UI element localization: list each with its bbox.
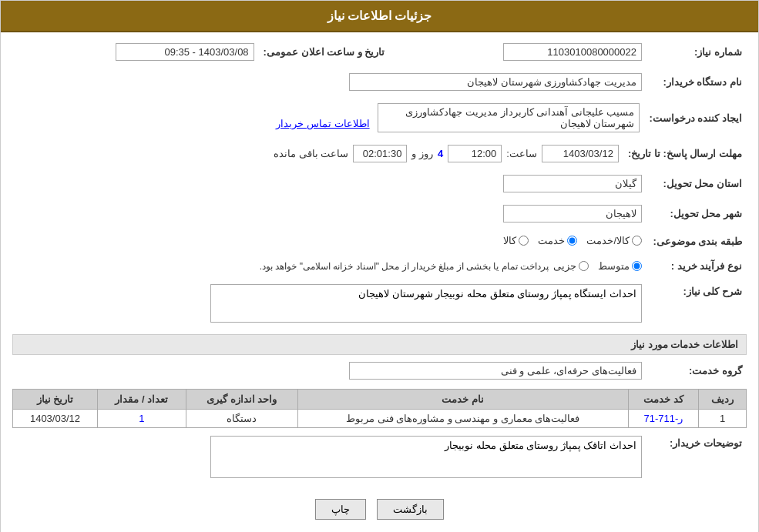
service-group-table: گروه خدمت: فعالیت‌های حرفه‌ای، علمی و فن… — [12, 359, 747, 383]
services-section-header: اطلاعات خدمات مورد نیاز — [12, 334, 747, 355]
process-value-cell: متوسط جزیی پرداخت تمام یا بخشی از مبلغ خ… — [12, 257, 646, 275]
process-label: نوع فرآیند خرید : — [646, 257, 747, 275]
purchaser-value-cell: مدیریت جهادکشاورزی شهرستان لاهیجان — [12, 70, 646, 94]
creator-label: ایجاد کننده درخواست: — [644, 100, 747, 136]
buyer-desc-value-cell — [12, 433, 646, 483]
radio-jozii[interactable]: جزیی — [553, 260, 589, 272]
creator-table: ایجاد کننده درخواست: مسیب علیجانی آهندان… — [12, 100, 747, 136]
radio-kala-khedmat[interactable]: کالا/خدمت — [586, 235, 642, 246]
description-label: شرح کلی نیاز: — [646, 281, 747, 328]
col-quantity: تعداد / مقدار — [97, 390, 186, 410]
date-value-cell: 1403/03/08 - 09:35 — [12, 40, 259, 64]
remaining-time: 02:01:30 — [353, 145, 407, 162]
radio-motavaset-input[interactable] — [632, 261, 642, 271]
date-label: تاریخ و ساعت اعلان عمومی: — [259, 40, 401, 64]
radio-motavaset[interactable]: متوسط — [598, 260, 642, 272]
radio-kala-khedmat-label: کالا/خدمت — [586, 235, 630, 246]
col-date: تاریخ نیاز — [13, 390, 98, 410]
deadline-time: 12:00 — [448, 145, 502, 162]
buyer-desc-textarea[interactable] — [210, 436, 642, 478]
page-header: جزئیات اطلاعات نیاز — [1, 1, 758, 32]
table-row: 1 ر-711-71 فعالیت‌های معماری و مهندسی و … — [13, 410, 747, 428]
days-label: روز و — [411, 148, 433, 159]
cell-date: 1403/03/12 — [13, 410, 98, 428]
radio-jozii-input[interactable] — [579, 261, 589, 271]
radio-khedmat-label: خدمت — [538, 235, 565, 246]
print-button[interactable]: چاپ — [315, 499, 366, 520]
purchaser-value: مدیریت جهادکشاورزی شهرستان لاهیجان — [349, 73, 642, 91]
services-table-header: ردیف کد خدمت نام خدمت واحد اندازه گیری ت… — [13, 390, 747, 410]
cell-quantity: 1 — [97, 410, 186, 428]
city-label: شهر محل تحویل: — [646, 202, 747, 226]
service-group-label: گروه خدمت: — [646, 359, 747, 383]
province-table: استان محل تحویل: گیلان — [12, 172, 747, 196]
process-radio-group: متوسط جزیی — [553, 260, 642, 272]
radio-kala[interactable]: کالا — [503, 235, 529, 246]
remaining-label: ساعت باقی مانده — [274, 148, 348, 159]
description-table: شرح کلی نیاز: — [12, 281, 747, 328]
cell-unit: دستگاه — [186, 410, 297, 428]
service-group-value-cell: فعالیت‌های حرفه‌ای، علمی و فنی — [12, 359, 646, 383]
services-table-body: 1 ر-711-71 فعالیت‌های معماری و مهندسی و … — [13, 410, 747, 428]
radio-jozii-label: جزیی — [553, 260, 576, 272]
page-container: جزئیات اطلاعات نیاز شماره نیاز: 11030100… — [0, 0, 759, 532]
description-textarea[interactable] — [210, 284, 642, 323]
radio-khedmat-input[interactable] — [567, 236, 577, 246]
header-info-table: شماره نیاز: 1103010080000022 تاریخ و ساع… — [12, 40, 747, 64]
service-group-value: فعالیت‌های حرفه‌ای، علمی و فنی — [349, 362, 642, 380]
purchaser-table: نام دستگاه خریدار: مدیریت جهادکشاورزی شه… — [12, 70, 747, 94]
buyer-desc-table: توضیحات خریدار: — [12, 433, 747, 483]
creator-value-cell: مسیب علیجانی آهندانی کاربرداز مدیریت جها… — [12, 100, 644, 136]
date-value: 1403/03/08 - 09:35 — [116, 43, 254, 61]
province-value: گیلان — [503, 175, 642, 192]
description-value-cell — [12, 281, 646, 328]
page-title: جزئیات اطلاعات نیاز — [327, 9, 432, 22]
category-label: طبقه بندی موضوعی: — [646, 232, 747, 251]
city-value-cell: لاهیجان — [12, 202, 646, 226]
back-button[interactable]: بازگشت — [377, 499, 444, 520]
deadline-time-label: ساعت: — [506, 148, 537, 159]
radio-kala-khedmat-input[interactable] — [632, 236, 642, 246]
radio-kala-label: کالا — [503, 235, 516, 246]
province-label: استان محل تحویل: — [646, 172, 747, 196]
category-value-cell: کالا/خدمت خدمت کالا — [12, 232, 646, 251]
radio-motavaset-label: متوسط — [598, 260, 630, 272]
contact-link[interactable]: اطلاعات تماس خریدار — [276, 118, 369, 129]
col-code: کد خدمت — [628, 390, 699, 410]
button-row: بازگشت چاپ — [12, 490, 747, 529]
deadline-label: مهلت ارسال پاسخ: تا تاریخ: — [623, 142, 747, 166]
cell-name: فعالیت‌های معماری و مهندسی و مشاوره‌های … — [297, 410, 628, 428]
purchaser-label: نام دستگاه خریدار: — [646, 70, 747, 94]
col-row: ردیف — [699, 390, 747, 410]
process-table: نوع فرآیند خرید : متوسط جزیی — [12, 257, 747, 275]
col-unit: واحد اندازه گیری — [186, 390, 297, 410]
number-value: 1103010080000022 — [503, 43, 642, 61]
days-value: 4 — [438, 148, 443, 159]
services-table: ردیف کد خدمت نام خدمت واحد اندازه گیری ت… — [12, 389, 747, 428]
col-name: نام خدمت — [297, 390, 628, 410]
radio-kala-input[interactable] — [519, 236, 529, 246]
deadline-table: مهلت ارسال پاسخ: تا تاریخ: 1403/03/12 سا… — [12, 142, 747, 166]
number-value-cell: 1103010080000022 — [400, 40, 646, 64]
cell-code: ر-711-71 — [628, 410, 699, 428]
process-row: متوسط جزیی پرداخت تمام یا بخشی از مبلغ خ… — [17, 260, 642, 272]
creator-value: مسیب علیجانی آهندانی کاربرداز مدیریت جها… — [378, 103, 640, 132]
radio-khedmat[interactable]: خدمت — [538, 235, 577, 246]
description-container — [17, 284, 642, 325]
deadline-date: 1403/03/12 — [542, 145, 619, 162]
city-table: شهر محل تحویل: لاهیجان — [12, 202, 747, 226]
cell-row: 1 — [699, 410, 747, 428]
province-value-cell: گیلان — [12, 172, 646, 196]
deadline-value-cell: 1403/03/12 ساعت: 12:00 4 روز و 02:01:30 … — [12, 142, 623, 166]
buyer-desc-label: توضیحات خریدار: — [646, 433, 747, 483]
category-table: طبقه بندی موضوعی: کالا/خدمت خدمت — [12, 232, 747, 251]
content-area: شماره نیاز: 1103010080000022 تاریخ و ساع… — [1, 32, 758, 532]
deadline-row: 1403/03/12 ساعت: 12:00 4 روز و 02:01:30 … — [17, 145, 619, 162]
city-value: لاهیجان — [503, 205, 642, 223]
process-note: پرداخت تمام یا بخشی از مبلغ خریدار از مح… — [260, 261, 549, 272]
number-label: شماره نیاز: — [646, 40, 747, 64]
category-radio-group: کالا/خدمت خدمت کالا — [503, 235, 642, 246]
